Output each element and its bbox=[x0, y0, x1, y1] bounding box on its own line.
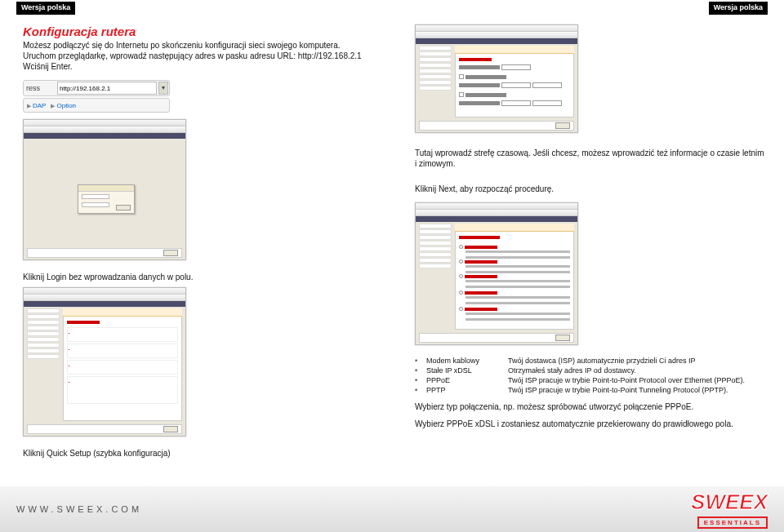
address-dropdown-icon: ▾ bbox=[158, 82, 168, 95]
screenshot-quick-setup bbox=[23, 287, 186, 437]
conn-name-1: Stałe IP xDSL bbox=[426, 366, 508, 375]
paragraph-pppoe: Wybierz PPPoE xDSL i zostaniesz automaty… bbox=[415, 419, 768, 428]
conn-desc-2: Twój ISP pracuje w trybie Point-to-Point… bbox=[508, 376, 768, 384]
brand-wordmark: SWEEX bbox=[691, 490, 768, 515]
screenshot-broadband-type bbox=[415, 202, 578, 345]
address-row: ress http://192.168.2.1 ▾ bbox=[23, 80, 170, 96]
login-button bbox=[116, 205, 131, 211]
caption-quick-setup: Kliknij Quick Setup (szybka konfiguracja… bbox=[23, 448, 382, 459]
bullet-icon: • bbox=[415, 357, 426, 365]
header-version-right: Wersja polska bbox=[709, 2, 768, 15]
section-title: Konfiguracja rutera bbox=[23, 24, 382, 38]
conn-name-2: PPPoE bbox=[426, 376, 508, 384]
address-bar-screenshot: ress http://192.168.2.1 ▾ DAP Option bbox=[23, 80, 170, 113]
footer-logo: SWEEX ESSENTIALS bbox=[691, 490, 768, 529]
header-version-left: Wersja polska bbox=[16, 2, 75, 15]
brand-tagline: ESSENTIALS bbox=[697, 516, 768, 529]
page-footer: WWW.SWEEX.COM SWEEX ESSENTIALS bbox=[0, 486, 784, 532]
intro-para-1: Możesz podłączyć się do Internetu po sko… bbox=[23, 40, 382, 51]
conn-desc-3: Twój ISP pracuje w trybie Point-to-Point… bbox=[508, 386, 768, 394]
address-links-row: DAP Option bbox=[23, 98, 170, 113]
bullet-icon: • bbox=[415, 376, 426, 384]
conn-name-3: PPTP bbox=[426, 386, 508, 394]
footer-url: WWW.SWEEX.COM bbox=[16, 504, 142, 514]
address-input: http://192.168.2.1 bbox=[57, 82, 157, 95]
address-label: ress bbox=[24, 84, 56, 92]
link-dap: DAP bbox=[27, 102, 46, 109]
left-column: Konfiguracja rutera Możesz podłączyć się… bbox=[23, 24, 382, 459]
bullet-icon: • bbox=[415, 386, 426, 394]
right-column: Tutaj wprowadź strefę czasową. Jeśli chc… bbox=[415, 24, 768, 428]
conn-desc-1: Otrzymałeś stały adres IP od dostawcy. bbox=[508, 366, 768, 375]
paragraph-choose: Wybierz typ połączenia, np. możesz sprób… bbox=[415, 402, 768, 411]
paragraph-next: Kliknij Next, aby rozpocząć procedurę. bbox=[415, 184, 768, 194]
caption-login: Kliknij Login bez wprowadzania danych w … bbox=[23, 272, 382, 282]
bullet-icon: • bbox=[415, 366, 426, 375]
conn-desc-0: Twój dostawca (ISP) automatycznie przydz… bbox=[508, 357, 768, 365]
intro-para-3: Wciśnij Enter. bbox=[23, 61, 382, 72]
conn-name-0: Modem kablowy bbox=[426, 357, 508, 365]
link-options: Option bbox=[51, 102, 76, 109]
paragraph-timezone: Tutaj wprowadź strefę czasową. Jeśli chc… bbox=[415, 148, 768, 169]
screenshot-timezone bbox=[415, 24, 578, 133]
screenshot-login bbox=[23, 119, 186, 260]
login-dialog bbox=[78, 184, 135, 214]
connection-types-list: •Modem kablowyTwój dostawca (ISP) automa… bbox=[415, 357, 768, 394]
intro-para-2: Uruchom przeglądarkę, wprowadź następują… bbox=[23, 51, 382, 61]
